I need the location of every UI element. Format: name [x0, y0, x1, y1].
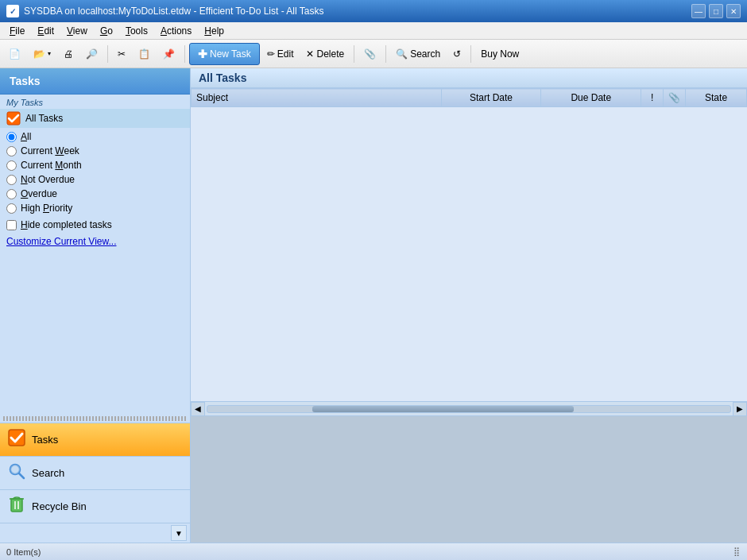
toolbar-separator-1: [107, 45, 108, 63]
delete-button[interactable]: ✕ Delete: [300, 43, 350, 65]
preview-pane: [191, 415, 747, 543]
sidebar-collapse-button[interactable]: ▼: [171, 525, 187, 541]
toolbar-separator-3: [354, 45, 354, 63]
all-tasks-label: All Tasks: [25, 113, 63, 124]
title-bar-controls[interactable]: — □ ✕: [691, 4, 741, 18]
search-label: Search: [410, 48, 440, 60]
content-header: All Tasks: [191, 68, 747, 88]
toolbar-separator-4: [385, 45, 386, 63]
print-button[interactable]: 🖨: [58, 43, 79, 65]
table-header-row: Subject Start Date Due Date ! 📎 State: [192, 89, 747, 107]
search-nav-label: Search: [32, 467, 64, 479]
horizontal-scrollbar[interactable]: ◀ ▶: [191, 401, 747, 415]
sidebar-nav-recycle-bin[interactable]: Recycle Bin: [0, 490, 190, 523]
title-bar: ✓ SYSDBA on localhost:MyToDoList.etdw - …: [0, 0, 747, 22]
paste-button[interactable]: 📌: [157, 43, 180, 65]
sidebar-spacer: [0, 250, 190, 415]
preview-button[interactable]: 🔎: [80, 43, 103, 65]
filter-week-label: Current Week: [21, 145, 79, 156]
filter-not-overdue[interactable]: Not Overdue: [6, 172, 184, 187]
search-icon: 🔍: [396, 48, 408, 60]
title-bar-left: ✓ SYSDBA on localhost:MyToDoList.etdw - …: [6, 5, 324, 17]
toolbar: 📄 📂 ▾ 🖨 🔎 ✂ 📋 📌 ✚ New Task ✏ Edit ✕ Dele…: [0, 40, 747, 68]
menu-go[interactable]: Go: [94, 24, 119, 38]
buy-now-button[interactable]: Buy Now: [475, 43, 524, 65]
refresh-button[interactable]: ↺: [447, 43, 466, 65]
maximize-button[interactable]: □: [709, 4, 723, 18]
toolbar-separator-5: [470, 45, 471, 63]
filter-high-priority[interactable]: High Priority: [6, 201, 184, 215]
filter-all-label: All: [21, 131, 31, 142]
menu-actions[interactable]: Actions: [154, 24, 198, 38]
content-area: All Tasks Subject Start Date Due Date ! …: [191, 68, 747, 543]
scroll-track[interactable]: [207, 405, 731, 413]
minimize-button[interactable]: —: [691, 4, 706, 18]
delete-icon: ✕: [306, 48, 314, 60]
col-header-start-date[interactable]: Start Date: [441, 89, 541, 107]
edit-label: Edit: [277, 48, 294, 60]
main-layout: Tasks My Tasks All Tasks All Current Wee…: [0, 68, 747, 543]
customize-current-view-link[interactable]: Customize Current View...: [0, 233, 190, 250]
sidebar-all-tasks[interactable]: All Tasks: [0, 109, 190, 128]
status-right: ⣿: [733, 546, 741, 557]
new-doc-button[interactable]: 📄: [3, 43, 26, 65]
col-header-attach[interactable]: 📎: [664, 89, 686, 107]
sidebar-section-label: My Tasks: [0, 95, 190, 109]
filter-current-week[interactable]: Current Week: [6, 144, 184, 158]
item-count: 0 Item(s): [6, 547, 41, 557]
edit-icon: ✏: [267, 48, 275, 60]
title-bar-text: SYSDBA on localhost:MyToDoList.etdw - Ef…: [24, 6, 324, 17]
tasks-nav-label: Tasks: [32, 434, 58, 446]
sidebar-nav-arrow: ▼: [0, 523, 190, 543]
status-bar: 0 Item(s) ⣿: [0, 543, 747, 560]
status-dots-icon: ⣿: [733, 546, 741, 557]
buy-now-label: Buy Now: [481, 48, 519, 60]
recycle-bin-label: Recycle Bin: [32, 500, 87, 512]
task-table-wrapper[interactable]: Subject Start Date Due Date ! 📎 State: [191, 88, 747, 401]
new-task-icon: ✚: [198, 48, 207, 60]
hide-completed-checkbox-item[interactable]: Hide completed tasks: [0, 217, 190, 233]
sidebar-nav-search[interactable]: Search: [0, 457, 190, 490]
hide-completed-label: Hide completed tasks: [21, 219, 112, 230]
menu-tools[interactable]: Tools: [119, 24, 154, 38]
scroll-left-button[interactable]: ◀: [191, 402, 205, 416]
all-tasks-svg-icon: [6, 111, 21, 126]
menu-file[interactable]: File: [3, 24, 31, 38]
edit-button[interactable]: ✏ Edit: [261, 43, 300, 65]
menu-help[interactable]: Help: [198, 24, 230, 38]
search-button[interactable]: 🔍 Search: [390, 43, 446, 65]
task-table: Subject Start Date Due Date ! 📎 State: [191, 88, 747, 107]
svg-line-4: [19, 473, 24, 478]
col-header-state[interactable]: State: [686, 89, 747, 107]
open-button[interactable]: 📂 ▾: [28, 43, 56, 65]
copy-button[interactable]: 📋: [133, 43, 156, 65]
filter-all[interactable]: All: [6, 129, 184, 144]
scroll-right-button[interactable]: ▶: [733, 402, 747, 416]
filter-overdue[interactable]: Overdue: [6, 187, 184, 201]
cut-button[interactable]: ✂: [112, 43, 131, 65]
toolbar-separator-2: [184, 45, 185, 63]
menu-view[interactable]: View: [60, 24, 94, 38]
new-task-button[interactable]: ✚ New Task: [189, 43, 260, 65]
sidebar-header: Tasks: [0, 68, 190, 95]
search-nav-icon: [8, 462, 25, 484]
filter-current-month[interactable]: Current Month: [6, 158, 184, 172]
sidebar-nav-tasks[interactable]: Tasks: [0, 423, 190, 457]
col-header-subject[interactable]: Subject: [192, 89, 442, 107]
close-button[interactable]: ✕: [726, 4, 741, 18]
filter-month-label: Current Month: [21, 160, 82, 171]
col-header-due-date[interactable]: Due Date: [541, 89, 641, 107]
new-task-label: New Task: [210, 48, 251, 60]
filter-radio-group: All Current Week Current Month Not Overd…: [0, 128, 190, 217]
recycle-bin-icon: [8, 496, 25, 517]
hide-completed-checkbox[interactable]: [6, 220, 17, 230]
all-tasks-icon: [6, 111, 21, 126]
filter-overdue-label: Overdue: [21, 188, 57, 199]
attach-button[interactable]: 📎: [358, 43, 381, 65]
scroll-thumb[interactable]: [312, 406, 574, 412]
menu-edit[interactable]: Edit: [31, 24, 60, 38]
sidebar-resize-handle[interactable]: [3, 416, 187, 421]
menu-bar: File Edit View Go Tools Actions Help: [0, 22, 747, 40]
filter-high-priority-label: High Priority: [21, 203, 72, 214]
col-header-priority[interactable]: !: [641, 89, 664, 107]
